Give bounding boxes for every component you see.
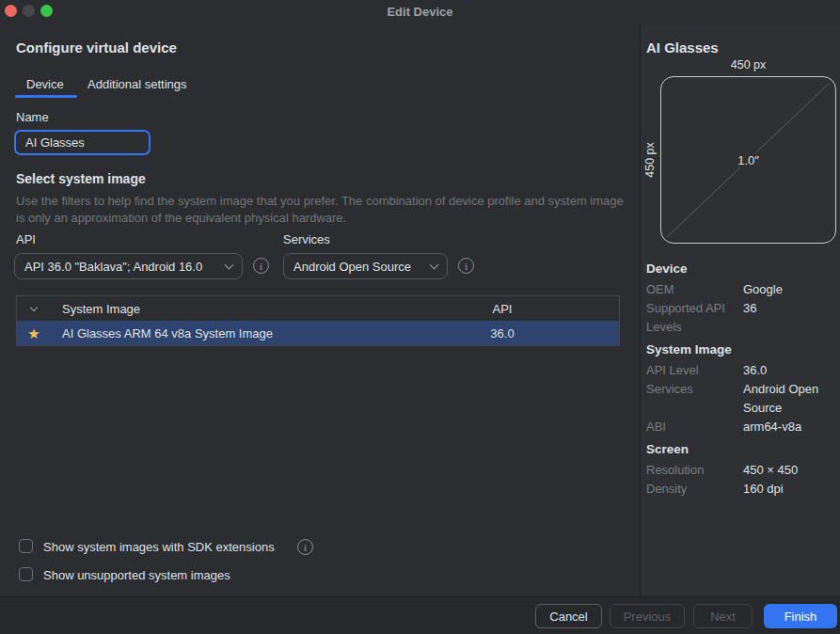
detail-row: Supported API Levels 36 — [646, 299, 836, 337]
system-image-description: Use the filters to help find the system … — [16, 193, 629, 227]
section-heading-screen: Screen — [646, 440, 836, 459]
detail-row: Density 160 dpi — [646, 480, 836, 499]
previous-button[interactable]: Previous — [610, 604, 685, 628]
next-button[interactable]: Next — [693, 604, 753, 628]
device-details-title: AI Glasses — [646, 40, 719, 55]
services-dropdown[interactable]: Android Open Source — [283, 253, 448, 279]
detail-row: OEM Google — [646, 280, 836, 299]
api-dropdown[interactable]: API 36.0 "Baklava"; Android 16.0 — [14, 253, 243, 279]
select-system-image-heading: Select system image — [16, 171, 146, 186]
sdk-extensions-info-icon[interactable]: i — [297, 539, 313, 555]
api-info-icon[interactable]: i — [253, 258, 269, 274]
column-header-api[interactable]: API — [386, 302, 619, 316]
services-label: Services — [283, 232, 330, 246]
checkbox-sdk-extensions[interactable] — [19, 539, 33, 553]
tab-device[interactable]: Device — [26, 77, 64, 91]
checkbox-unsupported-images[interactable] — [19, 567, 33, 581]
preview-width-label: 450 px — [660, 58, 836, 71]
section-heading-system-image: System Image — [646, 341, 836, 359]
preview-diagonal-size: 1.0″ — [660, 153, 836, 167]
checkbox-unsupported-images-label[interactable]: Show unsupported system images — [43, 568, 230, 582]
page-title: Configure virtual device — [16, 40, 177, 55]
preview-height-label: 450 px — [643, 132, 657, 188]
device-name-input[interactable] — [14, 130, 151, 155]
finish-button[interactable]: Finish — [764, 604, 837, 628]
api-dropdown-value: API 36.0 "Baklava"; Android 16.0 — [24, 260, 218, 274]
column-header-system-image[interactable]: System Image — [51, 302, 386, 316]
chevron-down-icon — [430, 260, 439, 269]
name-label: Name — [16, 110, 49, 124]
checkbox-sdk-extensions-label[interactable]: Show system images with SDK extensions — [43, 540, 275, 554]
sort-column-header[interactable] — [17, 308, 51, 310]
system-image-api: 36.0 — [386, 326, 619, 341]
section-heading-device: Device — [646, 260, 836, 278]
active-tab-indicator — [15, 95, 77, 98]
favorite-star-icon[interactable]: ★ — [27, 326, 40, 341]
table-header-row: System Image API — [17, 296, 619, 321]
api-label: API — [16, 232, 36, 246]
tab-additional-settings[interactable]: Additional settings — [87, 77, 187, 91]
titlebar: Edit Device — [0, 0, 840, 24]
services-dropdown-value: Android Open Source — [293, 260, 423, 274]
detail-row: ABI arm64-v8a — [646, 418, 836, 436]
window-title: Edit Device — [0, 5, 840, 19]
footer-bar: Cancel Previous Next Finish — [0, 596, 840, 634]
cancel-button[interactable]: Cancel — [535, 604, 602, 628]
system-image-table: System Image API ★ AI Glasses ARM 64 v8a… — [16, 295, 620, 346]
device-details-list: Device OEM Google Supported API Levels 3… — [646, 256, 836, 499]
system-image-name: AI Glasses ARM 64 v8a System Image — [51, 326, 386, 341]
detail-row: API Level 36.0 — [646, 361, 836, 380]
services-info-icon[interactable]: i — [458, 258, 474, 274]
detail-row: Resolution 450 × 450 — [646, 461, 836, 480]
detail-row: Services Android Open Source — [646, 380, 836, 418]
chevron-down-icon — [225, 260, 234, 269]
table-row[interactable]: ★ AI Glasses ARM 64 v8a System Image 36.… — [17, 321, 619, 345]
chevron-down-icon — [30, 303, 38, 310]
